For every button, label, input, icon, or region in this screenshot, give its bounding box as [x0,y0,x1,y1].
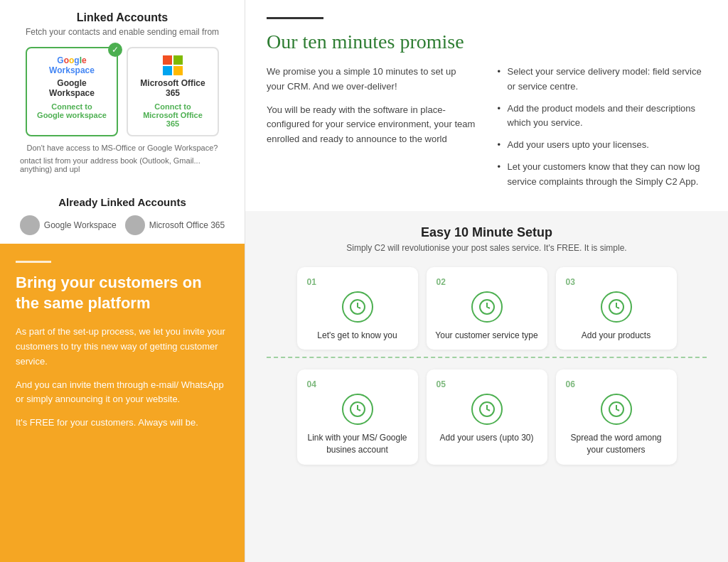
promise-section: Our ten minutes promise We promise you a… [245,0,728,211]
right-panel: Our ten minutes promise We promise you a… [245,0,728,562]
step-number-6: 06 [566,379,575,389]
setup-subtitle: Simply C2 will revolutionise your post s… [267,243,707,253]
step-card-1[interactable]: 01 Let's get to know you [297,267,418,350]
step-icon-4 [342,394,373,425]
left-panel: Linked Accounts Fetch your contacts and … [0,0,245,562]
promise-content: We promise you a simple 10 minutes to se… [267,65,707,197]
promise-title: Our ten minutes promise [267,31,707,53]
google-badge-label: Google Workspace [44,220,117,230]
linked-accounts-title: Linked Accounts [14,11,230,24]
promise-left: We promise you a simple 10 minutes to se… [267,65,476,197]
google-workspace-card[interactable]: ✓ Google Workspace Google Workspace Conn… [26,47,118,136]
step-icon-5 [471,394,503,425]
no-access-text: Don't have access to MS-Office or Google… [14,144,230,152]
promise-bullets: Select your service delivery model: fiel… [498,65,707,190]
contact-list-text: ontact list from your address book (Outl… [14,156,230,173]
steps-row-1: 01 Let's get to know you 02 [267,267,707,350]
promise-para-1: We promise you a simple 10 minutes to se… [267,65,476,94]
promise-divider [267,17,323,19]
google-account-name: Google Workspace [37,78,107,98]
microsoft-badge-label: Microsoft Office 365 [149,220,225,230]
step-number-2: 02 [437,277,446,287]
already-linked-title: Already Linked Accounts [14,196,230,208]
steps-row-2: 04 Link with your MS/ Google busines acc… [267,369,707,465]
microsoft-linked-badge: Microsoft Office 365 [125,215,225,235]
account-cards: ✓ Google Workspace Google Workspace Conn… [14,47,230,136]
microsoft-badge-circle [125,215,145,235]
linked-badges: Google Workspace Microsoft Office 365 [14,215,230,235]
step-icon-6 [601,394,632,425]
google-connect-link[interactable]: Connect to Google workspace [37,102,107,119]
google-badge-circle [20,215,40,235]
step-number-1: 01 [307,277,316,287]
orange-body-3: It's FREE for your customers. Always wil… [16,416,229,431]
steps-divider [267,357,707,358]
step-icon-3 [601,291,632,323]
promise-para-2: You will be ready with the software in p… [267,103,476,147]
step-label-1: Let's get to know you [317,330,397,342]
microsoft-account-name: Microsoft Office 365 [138,78,208,98]
microsoft-connect-link[interactable]: Connct to Microsoft Office 365 [138,102,208,128]
step-number-4: 04 [307,379,316,389]
step-label-4: Link with your MS/ Google busines accoun… [304,432,411,456]
step-card-4[interactable]: 04 Link with your MS/ Google busines acc… [297,369,418,465]
step-icon-2 [471,291,503,323]
step-card-3[interactable]: 03 Add your products [556,267,677,350]
step-label-6: Spread the word among your customers [563,432,670,456]
step-number-5: 05 [437,379,446,389]
step-label-2: Your customer service type [435,330,537,342]
step-label-5: Add your users (upto 30) [439,432,533,444]
step-card-2[interactable]: 02 Your customer service type [427,267,547,350]
promise-right: Select your service delivery model: fiel… [498,65,707,197]
orange-body-2: And you can invite them through e-mail/ … [16,378,229,408]
bullet-4: Let your customers know that they can no… [498,160,707,190]
bullet-2: Add the product models and their descrip… [498,102,707,131]
orange-body-1: As part of the set-up process, we let yo… [16,325,229,369]
google-logo: Google Workspace [37,55,107,75]
bullet-3: Add your users upto your licenses. [498,138,707,153]
google-checkmark-icon: ✓ [108,43,122,57]
orange-title: Bring your customers on the same platfor… [16,273,229,313]
microsoft-logo [163,55,183,75]
orange-divider [16,261,51,263]
microsoft-card[interactable]: Microsoft Office 365 Connct to Microsoft… [127,47,219,136]
step-icon-1 [342,291,373,323]
orange-section: Bring your customers on the same platfor… [0,244,245,562]
bullet-1: Select your service delivery model: fiel… [498,65,707,94]
step-label-3: Add your products [582,330,651,342]
linked-accounts-section: Linked Accounts Fetch your contacts and … [0,0,245,185]
already-linked-section: Already Linked Accounts Google Workspace… [0,188,245,244]
linked-accounts-subtitle: Fetch your contacts and enable sending e… [14,27,230,37]
step-card-5[interactable]: 05 Add your users (upto 30) [427,369,547,465]
step-card-6[interactable]: 06 Spread the word among your customers [556,369,677,465]
setup-title: Easy 10 Minute Setup [267,225,707,240]
setup-section: Easy 10 Minute Setup Simply C2 will revo… [245,211,728,487]
google-linked-badge: Google Workspace [20,215,117,235]
step-number-3: 03 [566,277,575,287]
